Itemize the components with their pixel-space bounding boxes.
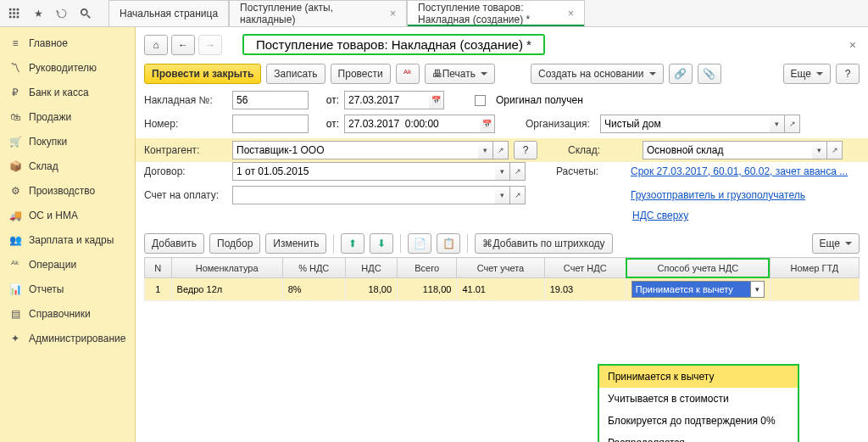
move-up-button[interactable]: ⬆ xyxy=(341,233,364,254)
open-icon[interactable]: ↗ xyxy=(493,141,509,159)
menu-icon: ≡ xyxy=(8,36,22,50)
svg-rect-7 xyxy=(13,15,15,18)
consignor-link[interactable]: Грузоотправитель и грузополучатель xyxy=(631,189,805,201)
post-close-button[interactable]: Провести и закрыть xyxy=(144,64,261,84)
add-row-button[interactable]: Добавить xyxy=(144,233,204,254)
original-received-label: Оригинал получен xyxy=(496,94,583,106)
date1-input[interactable] xyxy=(344,91,429,109)
vat-link[interactable]: НДС сверху xyxy=(632,210,688,221)
number-input[interactable] xyxy=(232,115,309,133)
sidebar-item-main[interactable]: ≡Главное xyxy=(0,31,135,55)
box-icon: 📦 xyxy=(8,159,22,173)
invoice-no-input[interactable] xyxy=(232,91,309,109)
save-button[interactable]: Записать xyxy=(266,64,325,84)
svg-point-9 xyxy=(81,8,87,14)
dropdown-option[interactable]: Блокируется до подтверждения 0% xyxy=(599,410,798,432)
close-button[interactable]: × xyxy=(846,35,860,55)
history-icon[interactable] xyxy=(53,4,71,23)
open-icon[interactable]: ↗ xyxy=(785,115,800,133)
chevron-down-icon[interactable]: ▾ xyxy=(750,282,764,297)
dropdown-option[interactable]: Учитывается в стоимости xyxy=(599,388,798,410)
col-acct-vat[interactable]: Счет НДС xyxy=(544,258,626,278)
sidebar-item-salary[interactable]: 👥Зарплата и кадры xyxy=(0,227,135,252)
close-icon[interactable]: × xyxy=(390,8,396,20)
chevron-down-icon[interactable]: ▾ xyxy=(478,141,493,159)
calc-label: Расчеты: xyxy=(556,165,624,177)
attach-button[interactable]: 📎 xyxy=(698,64,721,84)
open-icon[interactable]: ↗ xyxy=(510,162,526,181)
date2-input[interactable] xyxy=(344,115,480,133)
dt-kt-button[interactable]: ᴬᵏ xyxy=(396,64,420,84)
link-button[interactable]: 🔗 xyxy=(669,64,693,84)
sidebar-item-bank[interactable]: ₽Банк и касса xyxy=(0,80,135,104)
svg-rect-6 xyxy=(9,15,12,18)
invoice-pay-input[interactable] xyxy=(232,186,495,204)
chevron-down-icon[interactable]: ▾ xyxy=(495,162,510,181)
truck-icon: 🚚 xyxy=(8,209,22,222)
home-button[interactable]: ⌂ xyxy=(144,35,168,55)
apps-icon[interactable] xyxy=(5,4,24,23)
open-icon[interactable]: ↗ xyxy=(510,186,526,204)
svg-rect-3 xyxy=(9,12,12,14)
back-button[interactable]: ← xyxy=(171,35,195,55)
star-icon[interactable]: ★ xyxy=(29,4,47,23)
col-n[interactable]: N xyxy=(145,258,172,278)
col-gtd[interactable]: Номер ГТД xyxy=(770,258,859,278)
vat-method-cell[interactable]: Принимается к вычету▾ xyxy=(626,278,770,301)
contract-input[interactable] xyxy=(232,162,495,181)
sidebar-item-manager[interactable]: 〽Руководителю xyxy=(0,55,135,80)
col-vat-method[interactable]: Способ учета НДС xyxy=(626,258,770,278)
post-button[interactable]: Провести xyxy=(331,64,391,84)
dropdown-option[interactable]: Принимается к вычету xyxy=(599,366,798,388)
warehouse-input[interactable] xyxy=(643,141,812,159)
forward-button[interactable]: → xyxy=(198,35,222,55)
contractor-input[interactable] xyxy=(232,141,478,159)
tab-current[interactable]: Поступление товаров: Накладная (создание… xyxy=(407,0,585,26)
col-vat-pct[interactable]: % НДС xyxy=(282,258,345,278)
print-button[interactable]: 🖶 Печать xyxy=(425,64,495,84)
table-more-button[interactable]: Еще xyxy=(812,233,860,254)
sidebar-item-reports[interactable]: 📊Отчеты xyxy=(0,277,135,301)
sidebar-item-operations[interactable]: ᴬᵏОперации xyxy=(0,252,135,277)
chevron-down-icon[interactable]: ▾ xyxy=(770,115,785,133)
col-nom[interactable]: Номенклатура xyxy=(171,258,282,278)
search-icon[interactable] xyxy=(76,4,95,23)
table-row[interactable]: 1 Ведро 12л 8% 18,00 118,00 41.01 19.03 … xyxy=(145,278,860,301)
tab-home[interactable]: Начальная страница xyxy=(108,0,229,26)
chevron-down-icon[interactable]: ▾ xyxy=(812,141,827,159)
open-icon[interactable]: ↗ xyxy=(827,141,843,159)
calc-link[interactable]: Срок 27.03.2017, 60.01, 60.02, зачет ава… xyxy=(631,165,848,177)
paste-button[interactable]: 📋 xyxy=(437,233,460,254)
org-input[interactable] xyxy=(600,115,770,133)
move-down-button[interactable]: ⬇ xyxy=(370,233,393,254)
col-acct[interactable]: Счет учета xyxy=(457,258,544,278)
calendar-icon[interactable]: 📅 xyxy=(429,91,444,109)
number-label: Номер: xyxy=(144,118,227,130)
sidebar-item-admin[interactable]: ✦Администрирование xyxy=(0,326,135,350)
close-icon[interactable]: × xyxy=(568,8,574,20)
sidebar-item-warehouse[interactable]: 📦Склад xyxy=(0,154,135,178)
copy-button[interactable]: 📄 xyxy=(408,233,431,254)
sidebar-item-production[interactable]: ⚙Производство xyxy=(0,178,135,203)
sidebar-item-sales[interactable]: 🛍Продажи xyxy=(0,104,135,129)
items-table: N Номенклатура % НДС НДС Всего Счет учет… xyxy=(144,257,860,301)
bag-icon: 🛍 xyxy=(8,110,22,124)
select-button[interactable]: Подбор xyxy=(209,233,260,254)
original-received-checkbox[interactable] xyxy=(475,95,486,106)
edit-button[interactable]: Изменить xyxy=(265,233,326,254)
dropdown-option[interactable]: Распределяется xyxy=(599,432,798,442)
barcode-button[interactable]: ⌘ Добавить по штрихкоду xyxy=(475,233,612,254)
sidebar-item-refs[interactable]: ▤Справочники xyxy=(0,301,135,326)
chevron-down-icon[interactable]: ▾ xyxy=(495,186,510,204)
sidebar-item-purchase[interactable]: 🛒Покупки xyxy=(0,129,135,154)
col-vat[interactable]: НДС xyxy=(345,258,397,278)
contractor-help-button[interactable]: ? xyxy=(514,141,537,159)
svg-rect-1 xyxy=(13,8,15,10)
create-based-button[interactable]: Создать на основании xyxy=(531,64,664,84)
col-total[interactable]: Всего xyxy=(398,258,457,278)
more-button[interactable]: Еще xyxy=(783,64,831,84)
calendar-icon[interactable]: 📅 xyxy=(480,115,495,133)
sidebar-item-assets[interactable]: 🚚ОС и НМА xyxy=(0,203,135,227)
help-button[interactable]: ? xyxy=(836,64,860,84)
tab-receipts[interactable]: Поступление (акты, накладные)× xyxy=(229,0,407,26)
